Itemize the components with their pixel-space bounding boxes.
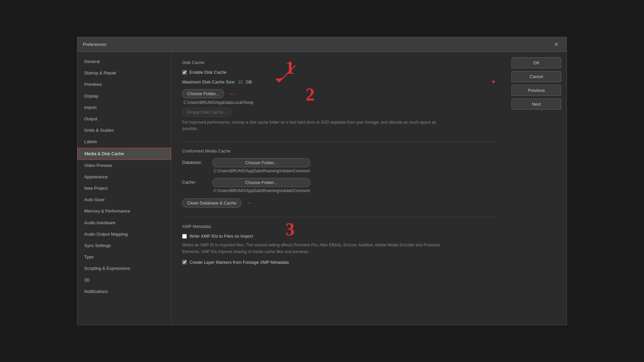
previous-button[interactable]: Previous [512,85,561,96]
choose-folder-button[interactable]: Choose Folder... [182,89,224,98]
cancel-button[interactable]: Cancel [512,71,561,82]
create-layer-label: Create Layer Markers from Footage XMP Me… [190,260,289,265]
conformed-media-cache-title: Conformed Media Cache [182,148,495,154]
database-path: C:\Users\BRUNO\AppData\Roaming\Adobe\Com… [214,169,310,173]
create-layer-row: Create Layer Markers from Footage XMP Me… [182,260,495,265]
dialog-title: Preferences [83,42,106,47]
sidebar-item-labels[interactable]: Labels [77,136,171,147]
create-layer-checkbox[interactable] [182,260,187,264]
sidebar-item-appearance[interactable]: Appearance [77,171,171,183]
cache-label: Cache: [182,178,209,185]
choose-folder-row: Choose Folder... ← [182,89,495,98]
cache-row: Cache: Choose Folder... C:\Users\BRUNO\A… [182,178,495,195]
sidebar-item-new-project[interactable]: New Project [77,183,171,194]
enable-disk-cache-row: Enable Disk Cache [182,70,495,75]
sidebar-item-audio-hardware[interactable]: Audio Hardware [77,217,171,229]
sidebar-item-general[interactable]: General [77,56,171,67]
clean-db-row: Clean Database & Cache ← [182,198,495,207]
write-xmp-row: Write XMP IDs to Files on Import [182,234,495,239]
empty-cache-row: Empty Disk Cache... [182,108,495,117]
close-button[interactable]: ✕ [551,40,561,49]
cache-path: C:\Users\BRUNO\AppData\Roaming\Adobe\Com… [214,188,310,193]
max-size-row: Maximum Disk Cache Size: 22 GB + [182,78,495,86]
empty-disk-cache-button[interactable]: Empty Disk Cache... [182,108,232,117]
cache-content: Choose Folder... C:\Users\BRUNO\AppData\… [212,178,310,195]
clean-database-cache-button[interactable]: Clean Database & Cache [182,198,241,207]
database-choose-folder-button[interactable]: Choose Folder... [212,158,310,167]
write-xmp-checkbox[interactable] [182,234,187,239]
sidebar-item-grids-guides[interactable]: Grids & Guides [77,125,171,136]
sidebar-item-type[interactable]: Type [77,251,171,263]
max-size-label: Maximum Disk Cache Size: [182,79,235,84]
enable-disk-cache-checkbox[interactable] [182,70,187,75]
database-label: Database: [182,158,209,165]
dialog-body: General Startup & Repair Previews Displa… [77,52,567,325]
sidebar-item-auto-save[interactable]: Auto-Save [77,194,171,205]
database-row: Database: Choose Folder... C:\Users\BRUN… [182,158,495,175]
preferences-dialog: Preferences ✕ General Startup & Repair P… [77,37,567,325]
max-size-unit: GB [246,79,252,84]
plus-icon: + [491,78,495,86]
sidebar-item-notifications[interactable]: Notifications [77,286,171,297]
database-content: Choose Folder... C:\Users\BRUNO\AppData\… [212,158,310,175]
sidebar-item-3d[interactable]: 3D [77,275,171,286]
max-size-left: Maximum Disk Cache Size: 22 GB [182,79,252,84]
write-xmp-description: Writes an XMP ID to imported files. This… [182,242,450,255]
disk-cache-path: C:\Users\BRUNO\AppData\Local\Temp [183,100,495,105]
sidebar-item-audio-output-mapping[interactable]: Audio Output Mapping [77,229,171,240]
disk-cache-description: For improved performance, choose a disk … [182,119,450,132]
enable-disk-cache-label: Enable Disk Cache [190,70,227,75]
titlebar: Preferences ✕ [77,37,567,52]
sidebar-item-scripting-expressions[interactable]: Scripting & Expressions [77,263,171,274]
cache-choose-folder-button[interactable]: Choose Folder... [212,178,310,187]
max-size-value: 22 [238,79,243,84]
main-content: Disk Cache Enable Disk Cache Maximum Dis… [171,52,506,325]
sidebar-item-output[interactable]: Output [77,113,171,125]
disk-cache-section: Disk Cache Enable Disk Cache Maximum Dis… [182,60,495,132]
conformed-media-cache-section: Conformed Media Cache Database: Choose F… [182,148,495,207]
sidebar-item-media-disk-cache[interactable]: Media & Disk Cache [77,148,171,160]
sidebar-item-sync-settings[interactable]: Sync Settings [77,240,171,251]
sidebar-item-display[interactable]: Display [77,90,171,102]
sidebar-item-video-preview[interactable]: Video Preview [77,160,171,171]
next-button[interactable]: Next [512,99,561,110]
disk-cache-title: Disk Cache [182,60,495,65]
right-buttons-panel: OK Cancel Previous Next [506,52,567,325]
xmp-metadata-title: XMP Metadata [182,224,495,229]
sidebar: General Startup & Repair Previews Displa… [77,52,171,325]
sidebar-item-startup-repair[interactable]: Startup & Repair [77,67,171,79]
sidebar-item-memory-performance[interactable]: Memory & Performance [77,205,171,217]
sidebar-item-previews[interactable]: Previews [77,79,171,90]
ok-button[interactable]: OK [512,57,561,68]
xmp-metadata-section: XMP Metadata Write XMP IDs to Files on I… [182,224,495,264]
write-xmp-label: Write XMP IDs to Files on Import [190,234,253,239]
sidebar-item-import[interactable]: Import [77,102,171,113]
